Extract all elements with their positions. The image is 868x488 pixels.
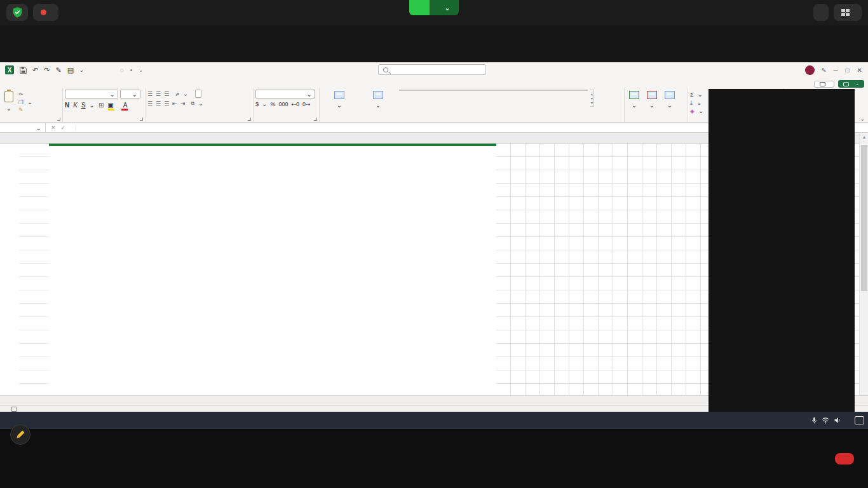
excel-logo-icon: X: [5, 65, 14, 74]
font-size-select[interactable]: ⌄: [120, 90, 140, 98]
paste-button[interactable]: ⌄: [2, 90, 16, 113]
dialog-launcher-icon[interactable]: [248, 118, 251, 121]
search-input[interactable]: [378, 64, 486, 75]
underline-button[interactable]: S: [81, 102, 86, 109]
format-cells-button[interactable]: ⌄: [662, 90, 677, 110]
macro-record-icon[interactable]: [11, 407, 17, 412]
insert-icon: [629, 91, 639, 99]
dot-separator: •: [130, 67, 133, 74]
avatar[interactable]: [805, 65, 815, 75]
tray-network-icon[interactable]: [822, 417, 829, 424]
styles-scroll-buttons[interactable]: ▴▾▾: [590, 90, 594, 107]
dialog-launcher-icon[interactable]: [314, 118, 317, 121]
enter-icon[interactable]: ✓: [61, 125, 66, 131]
name-box[interactable]: ⌄: [0, 123, 46, 132]
format-icon: [665, 91, 675, 99]
merge-icon: ⧉: [191, 100, 194, 107]
notification-center-icon[interactable]: [855, 416, 864, 424]
participants-panel: [709, 89, 855, 414]
fill-color-button[interactable]: ▣: [107, 102, 114, 109]
wrap-text-button[interactable]: [195, 90, 201, 98]
eraser-icon: ◈: [690, 108, 695, 114]
font-color-button[interactable]: A: [123, 102, 128, 109]
decrease-decimal-button[interactable]: 0⇢: [302, 101, 311, 107]
brush-icon: ✎: [18, 107, 24, 113]
sigma-icon: Σ: [690, 92, 694, 98]
fill-button[interactable]: ⤓⌄: [690, 99, 703, 106]
format-painter-button[interactable]: ✎: [18, 107, 32, 113]
system-tray: [803, 412, 868, 429]
orientation-icon[interactable]: ⇗: [175, 91, 180, 97]
thousands-button[interactable]: 000: [278, 101, 288, 107]
chevron-down-icon: ⌄: [445, 4, 450, 11]
borders-button[interactable]: ⊞: [98, 102, 104, 109]
zoom-toolbar: [0, 429, 868, 488]
insert-cells-button[interactable]: ⌄: [627, 90, 642, 110]
excel-menu-bar: ⌄: [0, 78, 868, 88]
save-icon[interactable]: [20, 67, 27, 74]
font-name-select[interactable]: ⌄: [65, 90, 118, 98]
merge-center-button[interactable]: ⧉⌄: [191, 100, 203, 107]
screen: ⌄ X ↶ ↷ ✎ ▤ ⌄ ◌: [0, 0, 868, 488]
sign-in-button[interactable]: [813, 4, 829, 21]
scissors-icon: ✂: [18, 91, 24, 97]
redo-icon[interactable]: ↷: [44, 66, 50, 74]
comments-button[interactable]: [814, 81, 834, 88]
view-button[interactable]: [834, 4, 862, 21]
view-options-button[interactable]: ⌄: [430, 0, 459, 15]
indent-increase-icon[interactable]: ⇥: [180, 100, 186, 107]
qat-customize-icon[interactable]: ⌄: [79, 67, 84, 73]
minimize-button[interactable]: ─: [833, 67, 838, 74]
cut-button[interactable]: ✂: [18, 91, 32, 97]
scrollbar-thumb[interactable]: [861, 145, 867, 291]
increase-decimal-button[interactable]: ⇠0: [291, 101, 299, 107]
scroll-up-icon[interactable]: ▲: [860, 135, 868, 139]
search-icon: [383, 67, 388, 72]
share-icon: [843, 82, 849, 86]
dialog-launcher-icon[interactable]: [57, 118, 60, 121]
clear-button[interactable]: ◈⌄: [690, 107, 703, 114]
conditional-formatting-button[interactable]: ⌄: [322, 90, 357, 110]
comment-icon: [820, 82, 825, 86]
format-as-table-button[interactable]: ⌄: [360, 90, 397, 110]
collapse-ribbon-icon[interactable]: ⌄: [860, 116, 865, 122]
clipboard-icon[interactable]: ▤: [67, 66, 74, 74]
delete-cells-button[interactable]: ⌄: [644, 90, 660, 110]
share-button[interactable]: ⌄: [838, 80, 864, 88]
indent-decrease-icon[interactable]: ⇤: [172, 100, 177, 107]
vertical-literal-text: [19, 229, 49, 395]
conditional-formatting-icon: [334, 91, 344, 99]
tray-volume-icon[interactable]: [834, 417, 841, 424]
currency-button[interactable]: $: [255, 101, 259, 107]
cell-styles-gallery: [399, 90, 588, 91]
cancel-icon[interactable]: ✕: [51, 125, 56, 131]
bold-button[interactable]: N: [65, 102, 69, 109]
chevron-down-icon: ⌄: [139, 67, 143, 73]
windows-taskbar: [0, 412, 868, 429]
number-format-select[interactable]: ⌄: [255, 90, 315, 98]
align-middle-icon[interactable]: ☰: [156, 91, 161, 97]
tray-mic-icon[interactable]: [811, 417, 817, 424]
copy-button[interactable]: ❐⌄: [18, 98, 32, 105]
zoom-top-bar: ⌄: [0, 0, 868, 25]
align-left-icon[interactable]: ☰: [147, 100, 153, 107]
align-bottom-icon[interactable]: ☰: [164, 91, 169, 97]
italic-button[interactable]: K: [73, 102, 78, 109]
dialog-launcher-icon[interactable]: [140, 118, 143, 121]
align-top-icon[interactable]: ☰: [147, 91, 153, 97]
percent-button[interactable]: %: [270, 101, 275, 107]
chevron-down-icon: ⌄: [855, 81, 859, 86]
selection-outline: [49, 144, 496, 146]
pen-icon[interactable]: ✎: [55, 66, 61, 74]
autosum-button[interactable]: Σ⌄: [690, 91, 703, 98]
leave-button[interactable]: [835, 453, 854, 464]
vertical-scrollbar[interactable]: ▲: [859, 133, 868, 395]
close-button[interactable]: ✕: [857, 67, 863, 74]
screen-share-banner: [409, 0, 430, 15]
restore-button[interactable]: □: [846, 67, 850, 74]
annotation-pencil-icon[interactable]: [10, 424, 31, 445]
align-center-icon[interactable]: ☰: [156, 100, 161, 107]
pen-mode-icon[interactable]: ✎: [822, 67, 827, 74]
undo-icon[interactable]: ↶: [32, 66, 38, 74]
align-right-icon[interactable]: ☰: [164, 100, 169, 107]
